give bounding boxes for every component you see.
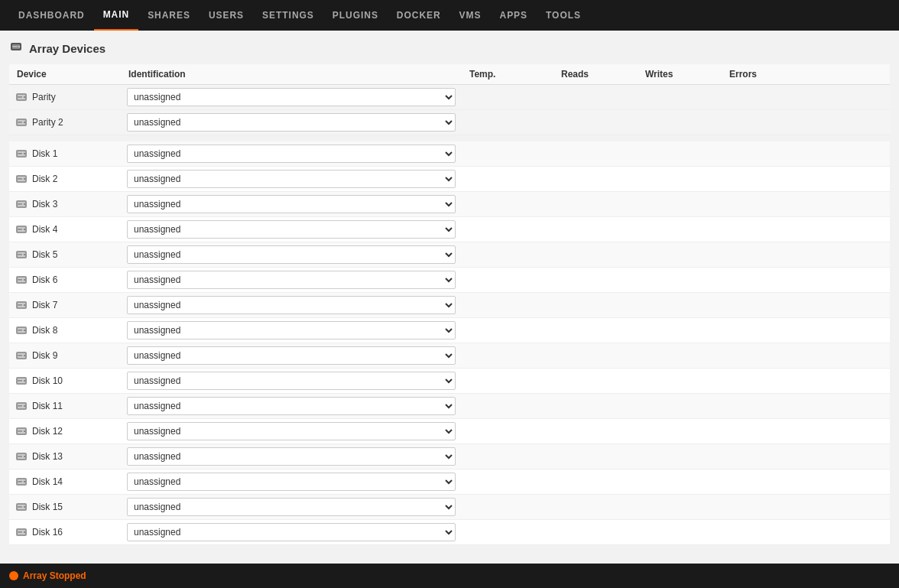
identification-cell[interactable]: unassigned [121, 85, 462, 110]
identification-select[interactable]: unassigned [127, 88, 456, 106]
col-header-device: Device [9, 64, 121, 85]
errors-cell [722, 419, 890, 444]
col-header-reads: Reads [553, 64, 638, 85]
temp-cell [462, 394, 553, 419]
writes-cell [638, 110, 722, 135]
identification-cell[interactable]: unassigned [121, 444, 462, 469]
identification-cell[interactable]: unassigned [121, 520, 462, 545]
identification-cell[interactable]: unassigned [121, 268, 462, 293]
reads-cell [553, 110, 638, 135]
errors-cell [722, 520, 890, 545]
identification-cell[interactable]: unassigned [121, 141, 462, 167]
identification-select[interactable]: unassigned [127, 296, 456, 314]
table-row: Disk 16 unassigned [9, 520, 890, 545]
table-row: Disk 7 unassigned [9, 293, 890, 318]
svg-point-6 [24, 96, 25, 98]
svg-rect-59 [18, 430, 22, 431]
identification-cell[interactable]: unassigned [121, 369, 462, 394]
identification-select[interactable]: unassigned [127, 346, 456, 365]
device-cell: Disk 5 [9, 242, 121, 268]
table-row: Parity unassigned [9, 85, 890, 110]
identification-select[interactable]: unassigned [127, 473, 456, 491]
disk-icon [15, 476, 28, 488]
col-header-temp: Temp. [462, 64, 553, 85]
reads-cell [553, 520, 638, 545]
table-row: Disk 12 unassigned [9, 419, 890, 444]
identification-select[interactable]: unassigned [127, 245, 456, 264]
main-content: Array Devices Device Identification Temp… [0, 31, 899, 545]
identification-select[interactable]: unassigned [127, 523, 456, 541]
temp-cell [462, 217, 553, 242]
identification-select[interactable]: unassigned [127, 170, 456, 188]
device-label: Disk 12 [32, 426, 63, 437]
temp-cell [462, 343, 553, 369]
nav-docker[interactable]: DOCKER [388, 0, 450, 31]
identification-cell[interactable]: unassigned [121, 167, 462, 192]
svg-rect-75 [18, 531, 22, 532]
identification-cell[interactable]: unassigned [121, 343, 462, 369]
identification-select[interactable]: unassigned [127, 422, 456, 440]
identification-cell[interactable]: unassigned [121, 217, 462, 242]
nav-tools[interactable]: TOOLS [537, 0, 590, 31]
disk-icon [15, 173, 28, 185]
nav-dashboard[interactable]: DASHBOARD [9, 0, 94, 31]
disk-icon [15, 249, 28, 261]
errors-cell [722, 293, 890, 318]
device-cell: Disk 10 [9, 369, 121, 394]
errors-cell [722, 469, 890, 495]
identification-select[interactable]: unassigned [127, 372, 456, 390]
identification-cell[interactable]: unassigned [121, 495, 462, 520]
identification-select[interactable]: unassigned [127, 220, 456, 239]
identification-cell[interactable]: unassigned [121, 192, 462, 217]
nav-shares[interactable]: SHARES [138, 0, 200, 31]
svg-rect-27 [18, 229, 22, 229]
table-row: Disk 6 unassigned [9, 268, 890, 293]
reads-cell [553, 369, 638, 394]
identification-cell[interactable]: unassigned [121, 419, 462, 444]
svg-point-74 [24, 531, 25, 533]
device-label: Disk 14 [32, 476, 63, 487]
writes-cell [638, 394, 722, 419]
errors-cell [722, 369, 890, 394]
writes-cell [638, 520, 722, 545]
nav-main[interactable]: MAIN [94, 0, 139, 31]
identification-select[interactable]: unassigned [127, 145, 456, 163]
temp-cell [462, 369, 553, 394]
nav-users[interactable]: USERS [200, 0, 253, 31]
device-cell: Parity [9, 85, 121, 110]
identification-cell[interactable]: unassigned [121, 469, 462, 495]
identification-cell[interactable]: unassigned [121, 110, 462, 135]
svg-rect-15 [18, 153, 22, 154]
device-label: Disk 4 [32, 224, 57, 235]
identification-cell[interactable]: unassigned [121, 394, 462, 419]
identification-select[interactable]: unassigned [127, 321, 456, 339]
device-label: Disk 7 [32, 300, 57, 310]
svg-point-18 [24, 178, 25, 180]
nav-settings[interactable]: SETTINGS [253, 0, 323, 31]
identification-select[interactable]: unassigned [127, 271, 456, 289]
identification-cell[interactable]: unassigned [121, 242, 462, 268]
errors-cell [722, 394, 890, 419]
identification-select[interactable]: unassigned [127, 195, 456, 213]
svg-rect-51 [18, 380, 22, 381]
identification-select[interactable]: unassigned [127, 498, 456, 516]
identification-select[interactable]: unassigned [127, 397, 456, 415]
reads-cell [553, 343, 638, 369]
main-nav: DASHBOARD MAIN SHARES USERS SETTINGS PLU… [0, 0, 899, 31]
table-row: Parity 2 unassigned [9, 110, 890, 135]
svg-point-26 [24, 229, 25, 230]
errors-cell [722, 167, 890, 192]
device-label: Disk 5 [32, 249, 57, 260]
writes-cell [638, 192, 722, 217]
identification-select[interactable]: unassigned [127, 447, 456, 466]
identification-cell[interactable]: unassigned [121, 293, 462, 318]
nav-apps[interactable]: APPS [491, 0, 537, 31]
array-status: Array Stopped [9, 570, 86, 581]
svg-point-66 [24, 481, 25, 482]
table-row: Disk 14 unassigned [9, 469, 890, 495]
nav-vms[interactable]: VMS [450, 0, 491, 31]
nav-plugins[interactable]: PLUGINS [323, 0, 388, 31]
identification-select[interactable]: unassigned [127, 113, 456, 132]
svg-point-58 [24, 430, 25, 432]
identification-cell[interactable]: unassigned [121, 318, 462, 343]
